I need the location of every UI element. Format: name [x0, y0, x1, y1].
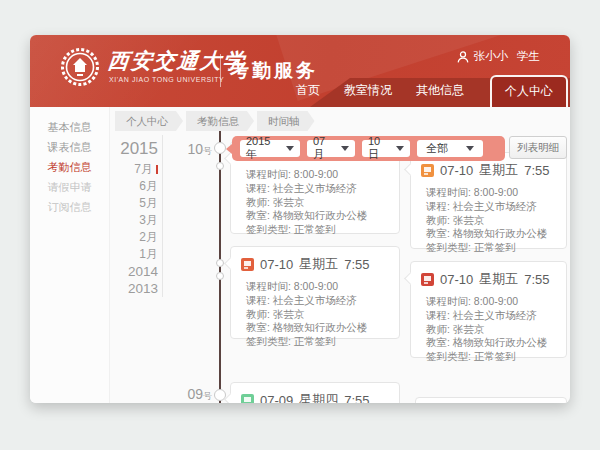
field-value: 8:00-9:00 — [294, 168, 338, 180]
field-label: 课程: — [246, 182, 270, 194]
field-label: 签到类型: — [246, 223, 291, 235]
filter-select-value: 2015年 — [246, 135, 280, 162]
timeline-rail-item-5月[interactable]: 5月 — [70, 195, 158, 212]
card-date: 07-10 — [440, 272, 473, 287]
attendance-card-r3-left[interactable]: 07-09星期四7:55 — [230, 382, 400, 403]
card-weekday: 星期五 — [479, 270, 518, 288]
filter-select-year[interactable]: 2015年 — [240, 140, 300, 157]
timeline-rail-item-7月[interactable]: 7月 — [70, 161, 158, 178]
user-icon — [457, 51, 469, 63]
day-marker-suffix: 号 — [203, 146, 212, 156]
timeline-rail-item-2014[interactable]: 2014 — [70, 263, 158, 280]
university-name-en: XI'AN JIAO TONG UNIVERSITY — [109, 76, 224, 83]
field-value: 正常签到 — [474, 350, 516, 362]
card-date: 07-10 — [260, 257, 293, 272]
sidebar-item-1[interactable]: 基本信息 — [30, 117, 109, 137]
filter-select-value: 全部 — [426, 141, 448, 156]
field-value: 8:00-9:00 — [474, 186, 518, 198]
card-header: 07-09星期四7:55 — [231, 383, 399, 403]
attendance-card-r2-left[interactable]: 07-10星期五7:55课程时间: 8:00-9:00课程: 社会主义市场经济教… — [230, 246, 400, 339]
timeline-rail-item-1月[interactable]: 1月 — [70, 246, 158, 263]
card-field-row: 教室: 格物致知行政办公楼 — [246, 209, 389, 223]
card-weekday: 星期五 — [299, 255, 338, 273]
attendance-card-r2-right[interactable]: 07-10星期五7:55课程时间: 8:00-9:00课程: 社会主义市场经济教… — [410, 261, 567, 358]
chevron-down-icon — [286, 146, 294, 151]
attendance-card-r1-right[interactable]: 07-10星期五7:55课程时间: 8:00-9:00课程: 社会主义市场经济教… — [410, 152, 567, 249]
timeline-node — [216, 162, 224, 170]
field-label: 签到类型: — [426, 350, 471, 362]
nav-item-1[interactable]: 首页 — [296, 82, 320, 107]
nav-item-4[interactable]: 个人中心 — [490, 75, 568, 107]
attendance-card-r3-right[interactable] — [415, 397, 567, 403]
field-label: 课程时间: — [426, 186, 471, 198]
card-field-row: 教师: 张芸京 — [426, 214, 556, 228]
card-field-row: 教室: 格物致知行政办公楼 — [426, 227, 556, 241]
breadcrumb-item-1[interactable]: 个人中心 — [115, 111, 183, 131]
user-info[interactable]: 张小小 学生 — [457, 49, 541, 64]
day-marker-number: 10 — [187, 141, 203, 157]
chevron-down-icon — [341, 146, 349, 151]
field-label: 教师: — [426, 323, 450, 335]
field-label: 教室: — [246, 209, 270, 221]
field-value: 正常签到 — [294, 335, 336, 347]
card-date: 07-10 — [440, 163, 473, 178]
nav-item-2[interactable]: 教室情况 — [344, 82, 392, 107]
field-label: 课程时间: — [246, 280, 291, 292]
field-label: 教师: — [246, 308, 270, 320]
chevron-down-icon — [396, 146, 404, 151]
university-logo-icon — [60, 47, 100, 87]
field-label: 课程时间: — [426, 295, 471, 307]
attendance-type-icon — [241, 394, 254, 404]
field-value: 格物致知行政办公楼 — [273, 209, 368, 221]
main-nav: 首页教室情况其他信息个人中心 — [296, 76, 570, 107]
attendance-type-icon — [421, 273, 434, 286]
filter-select-month[interactable]: 07月 — [307, 140, 355, 157]
field-label: 教室: — [246, 321, 270, 333]
field-value: 社会主义市场经济 — [273, 182, 357, 194]
card-fields: 课程时间: 8:00-9:00课程: 社会主义市场经济教师: 张芸京教室: 格物… — [411, 290, 566, 372]
attendance-type-icon — [421, 164, 434, 177]
field-value: 张芸京 — [273, 196, 305, 208]
field-value: 张芸京 — [273, 308, 305, 320]
field-label: 签到类型: — [426, 241, 471, 253]
field-label: 课程: — [426, 200, 450, 212]
card-time: 7:55 — [524, 272, 549, 287]
card-field-row: 课程时间: 8:00-9:00 — [246, 168, 389, 182]
card-field-row: 教师: 张芸京 — [246, 308, 389, 322]
day-marker-09: 09号 — [174, 385, 212, 403]
nav-item-3[interactable]: 其他信息 — [416, 82, 464, 107]
timeline-rail-item-2013[interactable]: 2013 — [70, 280, 158, 297]
card-field-row: 签到类型: 正常签到 — [426, 241, 556, 255]
user-role: 学生 — [517, 49, 540, 64]
timeline-rail-item-6月[interactable]: 6月 — [70, 178, 158, 195]
card-field-row: 课程: 社会主义市场经济 — [426, 309, 556, 323]
breadcrumb-item-3[interactable]: 时间轴 — [257, 111, 315, 131]
page-background: 西安交通大学 XI'AN JIAO TONG UNIVERSITY 考勤服务 张… — [0, 0, 600, 450]
breadcrumb-item-2[interactable]: 考勤信息 — [186, 111, 254, 131]
field-value: 正常签到 — [294, 223, 336, 235]
timeline-rail-item-2015[interactable]: 2015 — [70, 137, 158, 161]
field-value: 格物致知行政办公楼 — [273, 321, 368, 333]
card-header: 07-10星期五7:55 — [411, 262, 566, 290]
field-label: 课程时间: — [246, 168, 291, 180]
app-window: 西安交通大学 XI'AN JIAO TONG UNIVERSITY 考勤服务 张… — [30, 35, 570, 403]
filter-select-day[interactable]: 10日 — [362, 140, 410, 157]
list-detail-button[interactable]: 列表明细 — [509, 136, 567, 159]
user-name: 张小小 — [474, 49, 509, 64]
field-label: 课程: — [426, 309, 450, 321]
card-date: 07-09 — [260, 393, 293, 404]
card-field-row: 课程: 社会主义市场经济 — [426, 200, 556, 214]
field-value: 社会主义市场经济 — [273, 294, 357, 306]
field-value: 8:00-9:00 — [474, 295, 518, 307]
field-label: 教室: — [426, 336, 450, 348]
card-field-row: 教室: 格物致知行政办公楼 — [246, 321, 389, 335]
card-header: 07-10星期五7:55 — [231, 247, 399, 275]
card-time: 7:55 — [524, 163, 549, 178]
card-field-row: 签到类型: 正常签到 — [426, 350, 556, 364]
chevron-down-icon — [466, 146, 474, 151]
field-value: 社会主义市场经济 — [453, 309, 537, 321]
timeline-rail-item-3月[interactable]: 3月 — [70, 212, 158, 229]
filter-select-type[interactable]: 全部 — [417, 140, 483, 157]
timeline-rail-item-2月[interactable]: 2月 — [70, 229, 158, 246]
card-time: 7:55 — [344, 257, 369, 272]
